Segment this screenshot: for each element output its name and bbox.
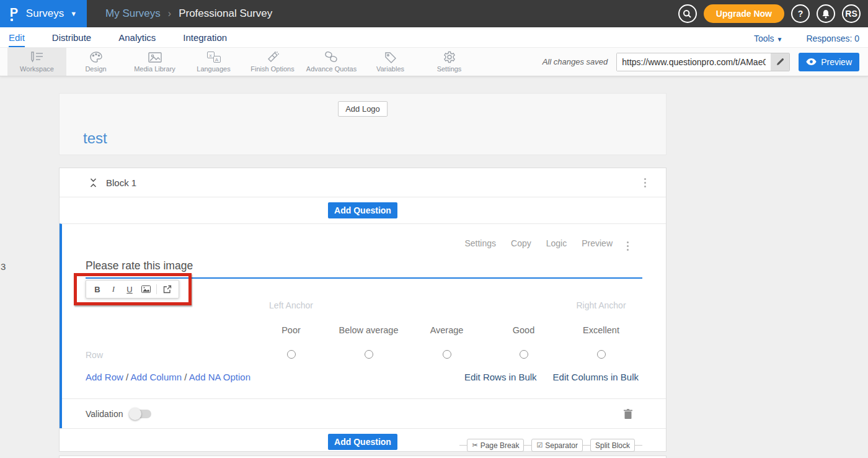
survey-url-input[interactable] [617,53,771,71]
edit-rows-bulk-link[interactable]: Edit Rows in Bulk [464,372,537,382]
block-title[interactable]: Block 1 [106,177,136,188]
italic-button[interactable]: I [106,282,121,297]
add-logo-button[interactable]: Add Logo [338,101,388,117]
split-block-button[interactable]: Split Block [590,439,635,452]
toolbar-item-advance-quotas[interactable]: Advance Quotas [302,48,361,76]
breadcrumb: My Surveys › Professional Survey [105,7,272,20]
add-question-button-top[interactable]: Add Question [328,202,397,218]
trash-icon [624,409,632,420]
validation-row: Validation [62,398,666,429]
radio-cell [252,350,330,361]
external-link-icon [163,285,172,294]
translate-icon: xA [207,51,221,63]
question-card: Settings Copy Logic Preview Please rate … [60,223,666,428]
save-status: All changes saved [542,57,608,66]
edit-columns-bulk-link[interactable]: Edit Columns in Bulk [553,372,639,382]
add-row-link[interactable]: Add Row [86,372,123,382]
question-number: 3 [1,261,6,272]
top-bar: P Surveys ▼ My Surveys › Professional Su… [0,0,868,27]
image-icon [148,51,162,63]
page-break-button[interactable]: ✂Page Break [467,439,524,452]
question-menu-button[interactable] [624,239,631,253]
magic-wand-icon [267,51,279,63]
connector-line [524,445,531,446]
breadcrumb-my-surveys[interactable]: My Surveys [105,7,161,20]
toolbar-item-variables[interactable]: Variables [361,48,420,76]
row-label-field[interactable]: Row [86,350,103,360]
tab-analytics[interactable]: Analytics [118,32,156,47]
delete-question-button[interactable] [624,409,632,420]
open-editor-button[interactable] [160,282,175,297]
edit-url-button[interactable] [771,53,789,71]
add-na-option-link[interactable]: Add NA Option [189,372,250,382]
separator-button[interactable]: ☑Separator [531,439,583,452]
scale-column-label[interactable]: Excellent [562,325,640,335]
insert-image-button[interactable] [138,282,153,297]
collapse-block-icon[interactable] [89,177,97,188]
scale-column-label[interactable]: Below average [330,325,407,335]
underline-button[interactable]: U [122,282,137,297]
scale-column-label[interactable]: Average [408,325,485,335]
question-settings-link[interactable]: Settings [464,238,496,248]
tools-menu[interactable]: Tools ▼ [754,34,782,43]
radio-button[interactable] [287,350,296,359]
question-logic-link[interactable]: Logic [546,238,567,248]
radio-button[interactable] [597,350,606,359]
radio-button[interactable] [520,350,528,359]
add-question-button-bottom[interactable]: Add Question [328,434,397,450]
add-question-row-top: Add Question [60,197,666,223]
block-menu-button[interactable] [642,176,649,190]
footer-tools: ✂Page Break ☑Separator Split Block [459,439,642,452]
survey-title[interactable]: test [83,130,107,147]
toolbar-item-finish-options[interactable]: Finish Options [243,48,302,76]
radio-cell [485,350,562,361]
help-button[interactable]: ? [791,4,810,23]
survey-nav-bar: Edit Distribute Analytics Integration To… [0,27,868,47]
right-anchor-field[interactable]: Right Anchor [562,300,640,310]
toolbar-item-languages[interactable]: xA Languages [184,48,243,76]
radio-cell [408,350,485,361]
scale-column-label[interactable]: Poor [252,325,330,335]
preview-button[interactable]: Preview [799,53,859,71]
toolbar-right: All changes saved Preview [542,48,859,76]
workspace-icon [30,51,44,63]
question-text[interactable]: Please rate this image [86,259,193,272]
tab-distribute[interactable]: Distribute [52,32,91,47]
tab-edit[interactable]: Edit [9,32,25,47]
question-preview-link[interactable]: Preview [582,238,613,248]
question-text-underline [86,277,642,279]
add-column-link[interactable]: Add Column [131,372,182,382]
radio-button[interactable] [443,350,451,359]
left-anchor-field[interactable]: Left Anchor [252,300,330,310]
toolbar-item-media-library[interactable]: Media Library [125,48,184,76]
toolbar-divider [156,284,157,294]
avatar-initials: RS [845,9,857,19]
notifications-button[interactable] [817,4,835,23]
toolbar-item-settings[interactable]: Settings [420,48,479,76]
user-avatar[interactable]: RS [842,4,861,23]
validation-label: Validation [86,409,123,419]
next-block-top-edge [59,456,666,458]
validation-toggle[interactable] [130,410,151,418]
block-card: Block 1 Add Question Settings Copy Logic… [59,168,666,452]
toolbar-item-workspace[interactable]: Workspace [7,48,66,76]
search-icon [683,9,692,19]
upgrade-now-button[interactable]: Upgrade Now [704,4,784,23]
app-logo-menu[interactable]: P Surveys ▼ [0,0,87,27]
bell-icon [822,9,830,19]
chain-link-icon [325,51,338,63]
tab-integration[interactable]: Integration [183,32,227,47]
question-copy-link[interactable]: Copy [511,238,531,248]
palette-icon [90,51,102,63]
toolbar-item-design[interactable]: Design [66,48,125,76]
block-header: Block 1 [60,168,666,197]
question-actions: Settings Copy Logic Preview [464,238,613,248]
block-footer: Add Question ✂Page Break ☑Separator Spli… [60,428,666,451]
search-button[interactable] [678,4,697,23]
tag-icon [384,51,397,63]
breadcrumb-separator-icon: › [168,8,171,19]
bold-button[interactable]: B [90,282,105,297]
scale-column-label[interactable]: Good [485,325,562,335]
responses-count[interactable]: Responses: 0 [806,34,859,43]
radio-button[interactable] [365,350,373,359]
